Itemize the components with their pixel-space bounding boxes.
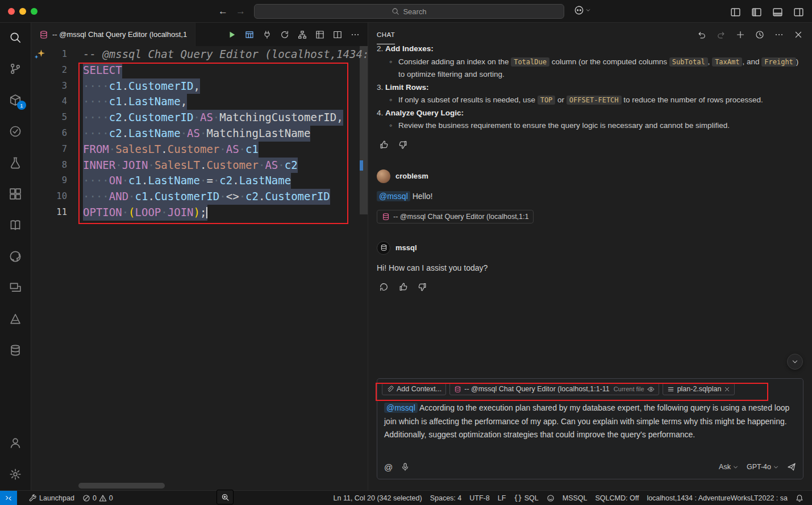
- code-line[interactable]: 6····c2.LastName·AS·MatchingLastName: [31, 126, 368, 142]
- activity-source-control[interactable]: [9, 62, 22, 76]
- editor-tab[interactable]: -- @mssql Chat Query Editor (localhost,1: [31, 23, 195, 46]
- activity-azure[interactable]: [9, 312, 22, 326]
- connection-indicator[interactable]: localhost,1434 : AdventureWorksLT2022 : …: [643, 494, 792, 502]
- line-number[interactable]: 9: [31, 173, 67, 189]
- close-button[interactable]: [792, 28, 805, 42]
- new-chat-button[interactable]: [734, 28, 747, 42]
- message-attachment-pill[interactable]: -- @mssql Chat Query Editor (localhost,1…: [377, 210, 534, 223]
- activity-extensions[interactable]: [9, 187, 22, 201]
- line-number[interactable]: 8: [31, 158, 67, 173]
- activity-settings[interactable]: [9, 467, 22, 481]
- results-button[interactable]: [243, 28, 256, 42]
- undo-button[interactable]: [695, 28, 709, 42]
- remote-indicator[interactable]: [0, 491, 17, 505]
- context-chip-sqlplan[interactable]: plan-2.sqlplan: [663, 383, 735, 395]
- code-line[interactable]: 10····AND·c1.CustomerID·<>·c2.CustomerID: [31, 189, 368, 205]
- editor-tab-title: -- @mssql Chat Query Editor (localhost,1: [52, 30, 187, 39]
- history-button[interactable]: [753, 28, 767, 42]
- activity-docs[interactable]: [9, 218, 22, 232]
- cursor-position-indicator[interactable]: Ln 11, Col 20 (342 selected): [330, 494, 426, 502]
- sqlcmd-indicator[interactable]: SQLCMD: Off: [592, 494, 643, 502]
- feedback-button[interactable]: [543, 494, 559, 502]
- schema-button[interactable]: [295, 28, 309, 42]
- thumbs-down-button[interactable]: [415, 280, 429, 294]
- chat-input-box[interactable]: Add Context... -- @mssql Chat Query Edit…: [377, 378, 803, 479]
- horizontal-scrollbar[interactable]: [78, 483, 165, 489]
- encoding-indicator[interactable]: UTF-8: [465, 494, 493, 502]
- redo-button[interactable]: [714, 28, 728, 42]
- vertical-scrollbar[interactable]: [360, 46, 368, 214]
- code-line[interactable]: 2SELECT: [31, 63, 368, 78]
- thumbs-down-button[interactable]: [396, 138, 410, 152]
- window-minimize-button[interactable]: [19, 8, 26, 15]
- line-number[interactable]: 3: [31, 78, 67, 94]
- code-line[interactable]: 7FROM·SalesLT.Customer·AS·c1: [31, 142, 368, 158]
- notifications-button[interactable]: [792, 494, 807, 502]
- more-button[interactable]: [772, 28, 786, 42]
- layout-columns-button[interactable]: [728, 5, 742, 19]
- language-mode-indicator[interactable]: {} SQL: [510, 494, 542, 502]
- activity-sql-projects[interactable]: [9, 156, 22, 169]
- code-line[interactable]: 5····c2.CustomerID·AS·MatchingCustomerID…: [31, 110, 368, 126]
- line-number[interactable]: 2: [31, 63, 67, 78]
- thumbs-up-button[interactable]: [396, 280, 410, 294]
- layout-sidebar-right-button[interactable]: [792, 5, 805, 19]
- send-button[interactable]: [787, 462, 796, 471]
- line-number[interactable]: 11: [31, 205, 67, 221]
- window-close-button[interactable]: [8, 8, 15, 15]
- voice-input-button[interactable]: [401, 462, 410, 471]
- model-picker-dropdown[interactable]: GPT-4o: [747, 463, 779, 471]
- split-editor-button[interactable]: [331, 28, 344, 42]
- back-icon[interactable]: ←: [218, 6, 228, 17]
- code-line[interactable]: 8INNER·JOIN·SalesLT.Customer·AS·c2: [31, 158, 368, 173]
- eol-indicator[interactable]: LF: [494, 494, 510, 502]
- code-line[interactable]: 4····c1.LastName,: [31, 94, 368, 110]
- mssql-provider-indicator[interactable]: MSSQL: [559, 494, 592, 502]
- designer-button[interactable]: [313, 28, 327, 42]
- activity-database-projects[interactable]: [9, 343, 22, 357]
- code-line[interactable]: 1-- @mssql Chat Query Editor (localhost,…: [31, 47, 368, 63]
- context-chip-current-file[interactable]: -- @mssql Chat Query Editor (localhost,1…: [449, 383, 659, 395]
- activity-remote-explorer[interactable]: [9, 281, 22, 295]
- more-button[interactable]: [348, 28, 362, 42]
- line-number[interactable]: 4: [31, 94, 67, 110]
- eye-icon[interactable]: [647, 386, 655, 393]
- mssql-mention-chip[interactable]: @mssql: [377, 191, 410, 201]
- code-editor[interactable]: 1-- @mssql Chat Query Editor (localhost,…: [31, 46, 368, 490]
- activity-accounts[interactable]: [9, 436, 22, 450]
- activity-search[interactable]: [9, 31, 22, 44]
- chevron-down-icon: [732, 464, 739, 470]
- copilot-menu-button[interactable]: [574, 5, 591, 15]
- add-context-button[interactable]: Add Context...: [382, 383, 446, 395]
- line-number[interactable]: 5: [31, 110, 67, 126]
- activity-testing[interactable]: [9, 125, 22, 138]
- line-number[interactable]: 7: [31, 142, 67, 158]
- rerun-button[interactable]: [377, 280, 390, 294]
- chevron-down-icon: [773, 464, 779, 470]
- activity-github[interactable]: [9, 250, 22, 263]
- layout-sidebar-left-button[interactable]: [749, 5, 763, 19]
- forward-icon[interactable]: →: [236, 6, 245, 17]
- code-line[interactable]: 3····c1.CustomerID,: [31, 78, 368, 94]
- scroll-to-bottom-button[interactable]: [787, 354, 803, 370]
- estimated-plan-button[interactable]: [278, 28, 292, 42]
- chat-mode-dropdown[interactable]: Ask: [719, 463, 739, 471]
- mention-button[interactable]: @: [384, 462, 393, 472]
- activity-packages[interactable]: 1: [9, 93, 22, 107]
- command-center-search[interactable]: Search: [254, 4, 564, 19]
- close-icon[interactable]: [724, 386, 730, 392]
- line-number[interactable]: 6: [31, 126, 67, 142]
- problems-indicator[interactable]: 0 0: [78, 494, 117, 502]
- layout-panel-bottom-button[interactable]: [771, 5, 784, 19]
- run-button[interactable]: [225, 28, 239, 42]
- window-zoom-button[interactable]: [31, 8, 38, 15]
- connect-button[interactable]: [260, 28, 274, 42]
- launchpad-button[interactable]: Launchpad: [25, 494, 78, 502]
- line-number[interactable]: 10: [31, 189, 67, 205]
- chat-input-textarea[interactable]: @mssql According to the execution plan s…: [384, 401, 796, 455]
- code-line[interactable]: 11OPTION·(LOOP·JOIN);: [31, 205, 368, 221]
- code-line[interactable]: 9····ON·c1.LastName·=·c2.LastName: [31, 173, 368, 189]
- indentation-indicator[interactable]: Spaces: 4: [426, 494, 466, 502]
- thumbs-up-button[interactable]: [377, 138, 390, 152]
- copilot-sparkle-icon[interactable]: [36, 49, 48, 61]
